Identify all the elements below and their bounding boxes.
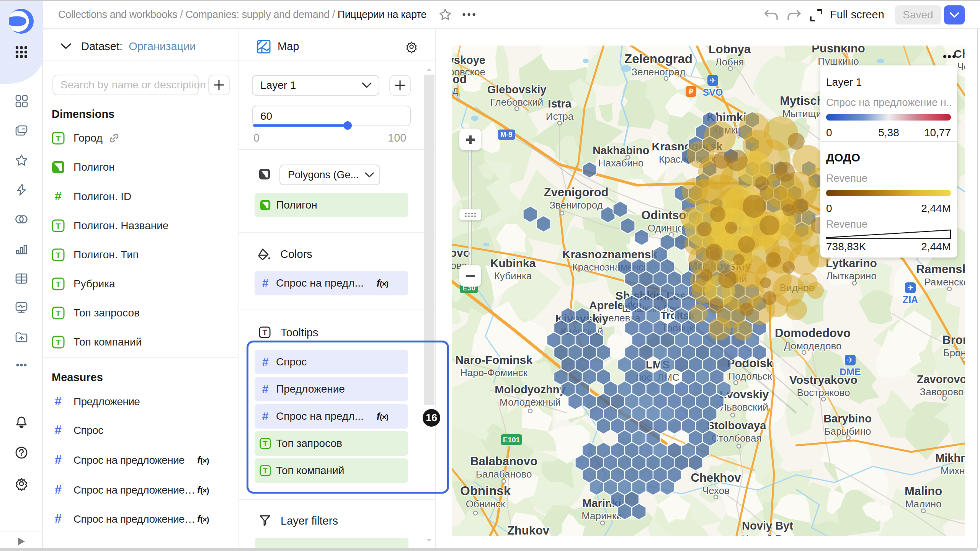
svg-text:T: T bbox=[56, 251, 61, 259]
svg-text:Zhukov: Zhukov bbox=[507, 524, 550, 536]
svg-text:Истра: Истра bbox=[546, 111, 574, 122]
svg-text:од: од bbox=[452, 85, 458, 96]
svg-text:Noviy Byt: Noviy Byt bbox=[742, 520, 793, 532]
svg-text:Молодёжный: Молодёжный bbox=[500, 396, 561, 408]
svg-text:Lobnya: Lobnya bbox=[709, 46, 751, 56]
svg-text:Наро-Фоминск: Наро-Фоминск bbox=[460, 367, 528, 378]
svg-text:Glebovskiy: Glebovskiy bbox=[487, 83, 547, 96]
svg-text:ZIA: ZIA bbox=[903, 294, 918, 305]
svg-text:Barybino: Barybino bbox=[823, 412, 872, 425]
svg-text:Bronnits: Bronnits bbox=[942, 333, 965, 347]
svg-text:Раменское: Раменское bbox=[924, 276, 965, 288]
svg-text:Обнинск: Обнинск bbox=[466, 498, 505, 510]
svg-text:Лыткарино: Лыткарино bbox=[826, 270, 877, 282]
svg-text:Львовский: Львовский bbox=[720, 401, 768, 413]
svg-text:✈: ✈ bbox=[907, 284, 914, 292]
svg-text:Маринки: Маринки bbox=[581, 510, 622, 522]
svg-text:Чехов: Чехов bbox=[702, 485, 730, 496]
svg-text:Нахабино: Нахабино bbox=[598, 157, 644, 169]
svg-text:Лобня: Лобня bbox=[715, 56, 744, 68]
svg-text:✈: ✈ bbox=[710, 76, 716, 85]
svg-text:Zvenigorod: Zvenigorod bbox=[544, 186, 609, 199]
svg-text:Mikhnevo: Mikhnevo bbox=[935, 452, 965, 464]
svg-text:DME: DME bbox=[840, 367, 861, 377]
svg-text:Мытищи: Мытищи bbox=[782, 108, 822, 119]
svg-text:Малино: Малино bbox=[905, 498, 942, 510]
svg-text:Malino: Malino bbox=[905, 484, 942, 498]
svg-text:Molodyozhny: Molodyozhny bbox=[495, 383, 565, 396]
svg-text:Naro-Fominsk: Naro-Fominsk bbox=[455, 354, 532, 366]
svg-text:Балабаново: Балабаново bbox=[476, 468, 532, 480]
svg-text:Востряково: Востряково bbox=[797, 387, 850, 398]
svg-text:rovskoye: rovskoye bbox=[452, 54, 485, 66]
svg-text:Chekhov: Chekhov bbox=[691, 471, 742, 484]
svg-text:Ramenskoy: Ramenskoy bbox=[916, 262, 965, 276]
svg-text:Balabanovo: Balabanovo bbox=[470, 455, 537, 468]
svg-text:Zavorovo: Zavorovo bbox=[917, 373, 965, 385]
svg-text:Михнево: Михнево bbox=[941, 465, 965, 476]
svg-text:₽: ₽ bbox=[689, 87, 694, 96]
svg-text:Зеленоград: Зеленоград bbox=[631, 66, 685, 78]
svg-text:T: T bbox=[56, 338, 61, 347]
svg-text:Че: Че bbox=[957, 61, 965, 72]
svg-text:Zelenograd: Zelenograd bbox=[624, 52, 693, 66]
svg-text:Бронницы: Бронницы bbox=[943, 347, 965, 359]
svg-text:kovo: kovo bbox=[452, 246, 470, 259]
svg-text:✈: ✈ bbox=[847, 356, 854, 364]
svg-text:T: T bbox=[56, 309, 61, 318]
svg-text:Krasnoznamensk: Krasnoznamensk bbox=[562, 248, 658, 261]
svg-text:Столбовая: Столбовая bbox=[712, 432, 762, 444]
svg-text:SVO: SVO bbox=[703, 87, 723, 98]
svg-text:Lytkarino: Lytkarino bbox=[826, 257, 877, 269]
svg-text:Stolbovaya: Stolbovaya bbox=[707, 419, 767, 432]
svg-text:Заворово: Заворово bbox=[920, 386, 964, 398]
svg-text:T: T bbox=[56, 222, 61, 230]
svg-text:T: T bbox=[263, 328, 267, 336]
svg-text:Domodedovo: Domodedovo bbox=[775, 326, 851, 340]
svg-text:Домодедово: Домодедово bbox=[784, 340, 842, 352]
svg-text:Mytisch: Mytisch bbox=[780, 94, 824, 108]
svg-text:Nakhabino: Nakhabino bbox=[593, 144, 649, 156]
svg-text:Кубинка: Кубинка bbox=[494, 270, 532, 282]
svg-text:Istra: Istra bbox=[548, 98, 572, 110]
svg-text:Звенигород: Звенигород bbox=[549, 199, 603, 211]
svg-text:nod: nod bbox=[452, 73, 467, 85]
svg-text:Obninsk: Obninsk bbox=[460, 484, 511, 498]
svg-text:Pushkino: Pushkino bbox=[812, 46, 865, 55]
svg-text:Новый Быт: Новый Быт bbox=[742, 533, 793, 536]
svg-text:М-9: М-9 bbox=[501, 131, 513, 139]
svg-text:T: T bbox=[56, 280, 61, 289]
svg-text:Барыбино: Барыбино bbox=[824, 425, 871, 437]
svg-text:T: T bbox=[56, 134, 61, 143]
svg-text:Глебовский: Глебовский bbox=[490, 96, 543, 108]
svg-text:E101: E101 bbox=[503, 436, 520, 444]
svg-text:Kubinka: Kubinka bbox=[490, 257, 536, 269]
